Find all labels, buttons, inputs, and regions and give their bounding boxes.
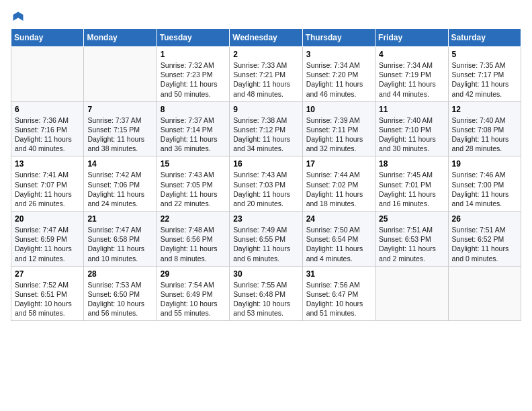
week-row-4: 20Sunrise: 7:47 AMSunset: 6:59 PMDayligh…: [11, 212, 521, 267]
calendar-cell: 3Sunrise: 7:34 AMSunset: 7:20 PMDaylight…: [302, 47, 375, 102]
day-number: 24: [306, 214, 371, 224]
header-day-wednesday: Wednesday: [230, 29, 302, 47]
day-number: 5: [452, 50, 517, 59]
logo: [11, 7, 24, 23]
day-number: 1: [161, 50, 226, 59]
calendar-cell: 12Sunrise: 7:40 AMSunset: 7:08 PMDayligh…: [448, 101, 521, 156]
calendar-cell: 15Sunrise: 7:43 AMSunset: 7:05 PMDayligh…: [157, 156, 229, 212]
day-number: 11: [379, 105, 444, 114]
day-number: 18: [379, 159, 444, 169]
day-info: Sunrise: 7:40 AMSunset: 7:10 PMDaylight:…: [379, 116, 444, 154]
calendar-cell: 6Sunrise: 7:36 AMSunset: 7:16 PMDaylight…: [11, 101, 84, 156]
day-info: Sunrise: 7:50 AMSunset: 6:54 PMDaylight:…: [306, 225, 371, 263]
week-row-1: 1Sunrise: 7:32 AMSunset: 7:23 PMDaylight…: [11, 47, 521, 102]
calendar-cell: 31Sunrise: 7:56 AMSunset: 6:47 PMDayligh…: [302, 266, 375, 321]
day-info: Sunrise: 7:38 AMSunset: 7:12 PMDaylight:…: [233, 116, 298, 154]
day-number: 3: [306, 50, 371, 59]
calendar-cell: 24Sunrise: 7:50 AMSunset: 6:54 PMDayligh…: [302, 212, 375, 267]
calendar-cell: 23Sunrise: 7:49 AMSunset: 6:55 PMDayligh…: [230, 212, 302, 267]
day-number: 16: [233, 159, 298, 169]
day-info: Sunrise: 7:55 AMSunset: 6:48 PMDaylight:…: [233, 280, 298, 318]
day-number: 10: [306, 105, 371, 114]
day-number: 22: [161, 214, 226, 224]
day-number: 7: [87, 105, 152, 114]
day-number: 8: [161, 105, 226, 114]
day-info: Sunrise: 7:48 AMSunset: 6:56 PMDaylight:…: [161, 225, 226, 263]
day-number: 27: [15, 269, 80, 279]
week-row-2: 6Sunrise: 7:36 AMSunset: 7:16 PMDaylight…: [11, 101, 521, 156]
day-info: Sunrise: 7:43 AMSunset: 7:05 PMDaylight:…: [161, 170, 226, 208]
header-day-tuesday: Tuesday: [157, 29, 229, 47]
day-number: 9: [233, 105, 298, 114]
calendar-cell: 4Sunrise: 7:34 AMSunset: 7:19 PMDaylight…: [375, 47, 448, 102]
day-info: Sunrise: 7:42 AMSunset: 7:06 PMDaylight:…: [87, 170, 152, 208]
day-info: Sunrise: 7:37 AMSunset: 7:14 PMDaylight:…: [161, 116, 226, 154]
header-day-thursday: Thursday: [302, 29, 375, 47]
week-row-5: 27Sunrise: 7:52 AMSunset: 6:51 PMDayligh…: [11, 266, 521, 321]
day-info: Sunrise: 7:47 AMSunset: 6:59 PMDaylight:…: [15, 225, 80, 263]
header-row: SundayMondayTuesdayWednesdayThursdayFrid…: [11, 29, 521, 47]
day-number: 25: [379, 214, 444, 224]
day-info: Sunrise: 7:49 AMSunset: 6:55 PMDaylight:…: [233, 225, 298, 263]
day-info: Sunrise: 7:51 AMSunset: 6:52 PMDaylight:…: [452, 225, 517, 263]
day-number: 23: [233, 214, 298, 224]
day-number: 31: [306, 269, 371, 279]
day-number: 15: [161, 159, 226, 169]
calendar-header: SundayMondayTuesdayWednesdayThursdayFrid…: [11, 29, 521, 47]
header-day-monday: Monday: [84, 29, 157, 47]
day-info: Sunrise: 7:47 AMSunset: 6:58 PMDaylight:…: [87, 225, 152, 263]
day-info: Sunrise: 7:41 AMSunset: 7:07 PMDaylight:…: [15, 170, 80, 208]
calendar-cell: 27Sunrise: 7:52 AMSunset: 6:51 PMDayligh…: [11, 266, 84, 321]
calendar-cell: [375, 266, 448, 321]
header-day-friday: Friday: [375, 29, 448, 47]
day-info: Sunrise: 7:43 AMSunset: 7:03 PMDaylight:…: [233, 170, 298, 208]
calendar-cell: 18Sunrise: 7:45 AMSunset: 7:01 PMDayligh…: [375, 156, 448, 212]
day-number: 13: [15, 159, 80, 169]
calendar-cell: 17Sunrise: 7:44 AMSunset: 7:02 PMDayligh…: [302, 156, 375, 212]
calendar-cell: 21Sunrise: 7:47 AMSunset: 6:58 PMDayligh…: [84, 212, 157, 267]
day-number: 21: [87, 214, 152, 224]
calendar-cell: 10Sunrise: 7:39 AMSunset: 7:11 PMDayligh…: [302, 101, 375, 156]
day-number: 29: [161, 269, 226, 279]
day-number: 28: [87, 269, 152, 279]
calendar-cell: [84, 47, 157, 102]
day-info: Sunrise: 7:46 AMSunset: 7:00 PMDaylight:…: [452, 170, 517, 208]
calendar-cell: 22Sunrise: 7:48 AMSunset: 6:56 PMDayligh…: [157, 212, 229, 267]
day-info: Sunrise: 7:45 AMSunset: 7:01 PMDaylight:…: [379, 170, 444, 208]
page: SundayMondayTuesdayWednesdayThursdayFrid…: [0, 0, 532, 411]
calendar-cell: 11Sunrise: 7:40 AMSunset: 7:10 PMDayligh…: [375, 101, 448, 156]
calendar-cell: 13Sunrise: 7:41 AMSunset: 7:07 PMDayligh…: [11, 156, 84, 212]
calendar-cell: 5Sunrise: 7:35 AMSunset: 7:17 PMDaylight…: [448, 47, 521, 102]
calendar-body: 1Sunrise: 7:32 AMSunset: 7:23 PMDaylight…: [11, 47, 521, 321]
day-number: 26: [452, 214, 517, 224]
calendar-cell: 9Sunrise: 7:38 AMSunset: 7:12 PMDaylight…: [230, 101, 302, 156]
calendar-cell: 20Sunrise: 7:47 AMSunset: 6:59 PMDayligh…: [11, 212, 84, 267]
day-number: 4: [379, 50, 444, 59]
calendar-cell: 25Sunrise: 7:51 AMSunset: 6:53 PMDayligh…: [375, 212, 448, 267]
calendar-cell: 7Sunrise: 7:37 AMSunset: 7:15 PMDaylight…: [84, 101, 157, 156]
day-info: Sunrise: 7:32 AMSunset: 7:23 PMDaylight:…: [161, 60, 226, 99]
day-number: 2: [233, 50, 298, 59]
day-info: Sunrise: 7:53 AMSunset: 6:50 PMDaylight:…: [87, 280, 152, 318]
day-info: Sunrise: 7:44 AMSunset: 7:02 PMDaylight:…: [306, 170, 371, 208]
calendar-cell: 14Sunrise: 7:42 AMSunset: 7:06 PMDayligh…: [84, 156, 157, 212]
day-info: Sunrise: 7:33 AMSunset: 7:21 PMDaylight:…: [233, 60, 298, 99]
day-number: 14: [87, 159, 152, 169]
week-row-3: 13Sunrise: 7:41 AMSunset: 7:07 PMDayligh…: [11, 156, 521, 212]
calendar-cell: 28Sunrise: 7:53 AMSunset: 6:50 PMDayligh…: [84, 266, 157, 321]
day-number: 17: [306, 159, 371, 169]
calendar-cell: 16Sunrise: 7:43 AMSunset: 7:03 PMDayligh…: [230, 156, 302, 212]
day-number: 30: [233, 269, 298, 279]
calendar-table: SundayMondayTuesdayWednesdayThursdayFrid…: [11, 28, 521, 321]
day-info: Sunrise: 7:54 AMSunset: 6:49 PMDaylight:…: [161, 280, 226, 318]
day-number: 20: [15, 214, 80, 224]
calendar-cell: 1Sunrise: 7:32 AMSunset: 7:23 PMDaylight…: [157, 47, 229, 102]
day-info: Sunrise: 7:36 AMSunset: 7:16 PMDaylight:…: [15, 116, 80, 154]
calendar-cell: [11, 47, 84, 102]
day-info: Sunrise: 7:39 AMSunset: 7:11 PMDaylight:…: [306, 116, 371, 154]
calendar-cell: 26Sunrise: 7:51 AMSunset: 6:52 PMDayligh…: [448, 212, 521, 267]
day-info: Sunrise: 7:40 AMSunset: 7:08 PMDaylight:…: [452, 116, 517, 154]
calendar-cell: 2Sunrise: 7:33 AMSunset: 7:21 PMDaylight…: [230, 47, 302, 102]
day-info: Sunrise: 7:37 AMSunset: 7:15 PMDaylight:…: [87, 116, 152, 154]
day-info: Sunrise: 7:34 AMSunset: 7:19 PMDaylight:…: [379, 60, 444, 99]
